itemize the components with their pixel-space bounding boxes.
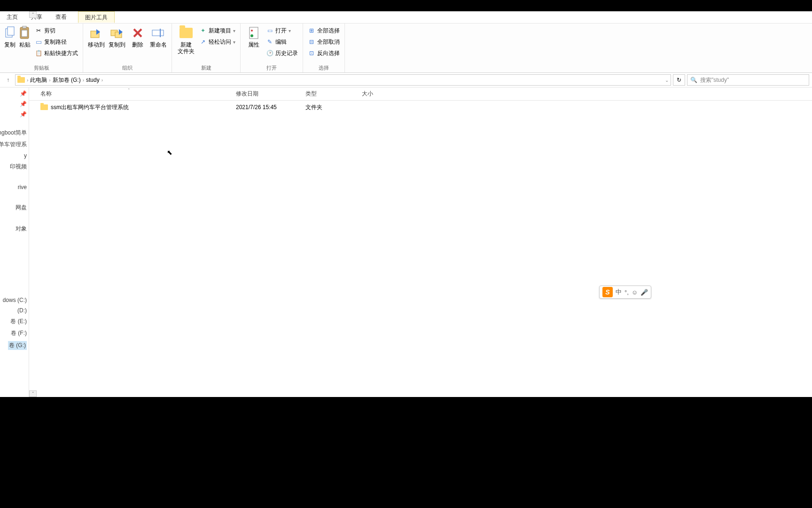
folder-icon: [17, 77, 25, 83]
ribbon-group-organize: 移动到 复制到 删除: [83, 24, 172, 72]
copy-button[interactable]: 复制: [3, 24, 17, 48]
invert-selection-button[interactable]: ⊡ 反向选择: [306, 48, 342, 58]
copy-icon: [2, 25, 17, 40]
nav-item[interactable]: 网盘: [16, 204, 27, 212]
pin-icon: 📌: [20, 111, 27, 118]
ime-punct-toggle[interactable]: °,: [625, 289, 629, 296]
paste-button[interactable]: 粘贴: [17, 24, 33, 48]
new-item-icon: ✦: [199, 27, 207, 34]
ime-logo-icon: S: [602, 287, 613, 297]
explorer-window: 主页 共享 查看 图片工具 复制 粘贴: [0, 11, 812, 397]
nav-drive[interactable]: 卷 (G:): [8, 341, 27, 350]
up-button[interactable]: ↑: [3, 75, 13, 85]
navigation-pane[interactable]: 📌 📌 📌 ngboot简单 单车管理系 y 印视频 rive 网盘 对象 do…: [0, 87, 29, 397]
nav-item[interactable]: ngboot简单: [0, 129, 27, 137]
column-size[interactable]: 大小: [362, 90, 399, 98]
copy-to-icon: [109, 25, 125, 40]
dropdown-icon: ▾: [233, 40, 235, 45]
search-placeholder: 搜索"study": [700, 76, 729, 84]
nav-item[interactable]: 对象: [16, 225, 27, 233]
open-button[interactable]: ▭ 打开 ▾: [264, 25, 300, 36]
dropdown-icon: ▾: [233, 28, 235, 33]
column-type[interactable]: 类型: [305, 90, 362, 98]
edit-icon: ✎: [266, 38, 273, 46]
ime-emoji-button[interactable]: ☺: [632, 289, 638, 296]
dropdown-icon: ▾: [289, 28, 291, 33]
address-bar: ↑ › 此电脑› 新加卷 (G:)› study› ⌄ ↻ 🔍 搜索"study…: [0, 73, 812, 87]
nav-drive[interactable]: 卷 (E:): [10, 318, 27, 325]
easy-access-icon: ↗: [199, 38, 207, 46]
breadcrumb[interactable]: › 此电脑› 新加卷 (G:)› study› ⌄: [15, 74, 671, 86]
crumb-this-pc[interactable]: 此电脑›: [30, 76, 50, 84]
group-label-clipboard: 剪贴板: [34, 64, 49, 72]
cut-button[interactable]: ✂ 剪切: [33, 25, 80, 36]
file-row[interactable]: ssm出租车网约车平台管理系统 2021/7/26 15:45 文件夹: [29, 101, 812, 114]
delete-button[interactable]: 删除: [127, 24, 148, 48]
ime-toolbar[interactable]: S 中 °, ☺ 🎤: [599, 286, 651, 299]
select-none-button[interactable]: ⊟ 全部取消: [306, 37, 342, 47]
copy-path-button[interactable]: ▭ 复制路径: [33, 37, 80, 47]
file-list-header: 名称 ˄ 修改日期 类型 大小: [29, 87, 812, 101]
edit-button[interactable]: ✎ 编辑: [264, 37, 300, 47]
open-icon: ▭: [266, 27, 273, 34]
copy-path-icon: ▭: [35, 38, 42, 46]
properties-button[interactable]: 属性: [243, 24, 264, 48]
svg-rect-10: [152, 30, 164, 36]
move-to-button[interactable]: 移动到: [86, 24, 107, 48]
group-label-organize: 组织: [122, 64, 133, 72]
group-label-open: 打开: [266, 64, 277, 72]
select-all-icon: ⊞: [308, 27, 315, 34]
properties-icon: [246, 25, 261, 40]
chevron-right-icon: ›: [27, 78, 28, 83]
ribbon-group-select: ⊞ 全部选择 ⊟ 全部取消 ⊡ 反向选择 选择: [303, 24, 345, 72]
column-name[interactable]: 名称 ˄: [29, 90, 236, 98]
new-item-button[interactable]: ✦ 新建项目 ▾: [197, 25, 237, 36]
ime-mic-button[interactable]: 🎤: [640, 289, 648, 296]
nav-scroll-up[interactable]: ˄: [29, 11, 37, 18]
paste-shortcut-button[interactable]: 📋 粘贴快捷方式: [33, 48, 80, 58]
main-area: 📌 📌 📌 ngboot简单 单车管理系 y 印视频 rive 网盘 对象 do…: [0, 87, 812, 397]
history-button[interactable]: 🕑 历史记录: [264, 48, 300, 58]
nav-item[interactable]: y: [24, 152, 27, 159]
history-dropdown-icon[interactable]: ⌄: [665, 78, 669, 83]
tab-picture-tools[interactable]: 图片工具: [78, 11, 115, 23]
nav-drive[interactable]: (D:): [17, 307, 27, 314]
nav-drive[interactable]: 卷 (F:): [11, 329, 27, 337]
tab-share[interactable]: 共享: [24, 11, 49, 23]
crumb-folder[interactable]: study›: [86, 77, 103, 83]
group-label-select: 选择: [319, 64, 329, 72]
tab-home[interactable]: 主页: [0, 11, 24, 23]
folder-icon: [40, 104, 48, 110]
svg-point-14: [250, 34, 253, 37]
copy-to-button[interactable]: 复制到: [107, 24, 127, 48]
file-date: 2021/7/26 15:45: [236, 104, 305, 111]
column-date[interactable]: 修改日期: [236, 90, 305, 98]
ribbon-group-open: 属性 ▭ 打开 ▾ ✎ 编辑 🕑 历史记录: [241, 24, 303, 72]
new-folder-button[interactable]: 新建 文件夹: [175, 24, 197, 55]
tab-view[interactable]: 查看: [49, 11, 73, 23]
nav-drive[interactable]: dows (C:): [3, 297, 27, 303]
rename-button[interactable]: 重命名: [148, 24, 169, 48]
nav-item[interactable]: rive: [18, 184, 27, 190]
crumb-volume[interactable]: 新加卷 (G:)›: [53, 76, 84, 84]
scissors-icon: ✂: [35, 27, 42, 34]
svg-rect-12: [250, 27, 258, 39]
ribbon: 复制 粘贴 ✂ 剪切 ▭ 复制路径: [0, 24, 812, 73]
select-all-button[interactable]: ⊞ 全部选择: [306, 25, 342, 36]
move-to-icon: [89, 25, 104, 40]
search-input[interactable]: 🔍 搜索"study": [687, 74, 809, 86]
ribbon-group-clipboard: 复制 粘贴 ✂ 剪切 ▭ 复制路径: [0, 24, 83, 72]
search-icon: 🔍: [690, 77, 697, 83]
refresh-button[interactable]: ↻: [673, 74, 685, 86]
ime-lang-toggle[interactable]: 中: [616, 288, 622, 296]
paste-shortcut-icon: 📋: [35, 49, 42, 57]
nav-item[interactable]: 单车管理系: [0, 141, 27, 149]
rename-icon: [151, 25, 166, 40]
easy-access-button[interactable]: ↗ 轻松访问 ▾: [197, 37, 237, 47]
pin-icon: 📌: [20, 101, 27, 107]
nav-item[interactable]: 印视频: [10, 163, 27, 171]
invert-selection-icon: ⊡: [308, 49, 315, 57]
svg-rect-1: [8, 27, 14, 35]
file-type: 文件夹: [305, 103, 362, 111]
svg-rect-4: [22, 30, 27, 37]
